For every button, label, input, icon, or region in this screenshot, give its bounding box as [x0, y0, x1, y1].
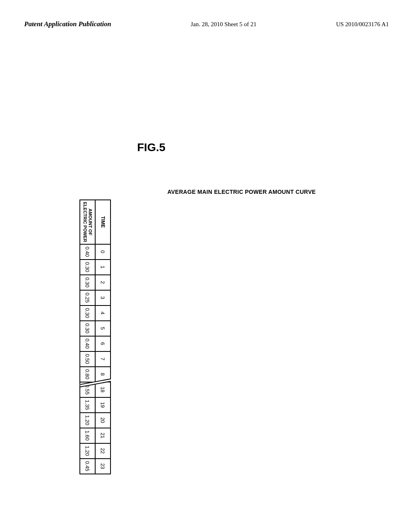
power-cell-22: 1.20: [80, 443, 95, 459]
svg-line-0: [80, 380, 111, 386]
power-cell-5: 0.30: [80, 321, 95, 336]
time-cell-3: 3: [95, 290, 111, 305]
power-row: AMOUNT OFELECTRIC POWER 0.40 0.30 0.30 0…: [80, 200, 95, 474]
time-cell-5: 5: [95, 321, 111, 336]
publication-date-sheet: Jan. 28, 2010 Sheet 5 of 21: [191, 21, 257, 28]
power-header: AMOUNT OFELECTRIC POWER: [80, 200, 95, 244]
power-cell-0: 0.40: [80, 244, 95, 260]
time-cell-23: 23: [95, 459, 111, 474]
power-cell-19: 1.35: [80, 397, 95, 413]
time-cell-2: 2: [95, 275, 111, 290]
power-cell-23: 0.45: [80, 459, 95, 474]
time-cell-0: 0: [95, 244, 111, 260]
power-cell-2: 0.30: [80, 275, 95, 290]
time-cell-21: 21: [95, 428, 111, 443]
patent-header: Patent Application Publication Jan. 28, …: [24, 20, 389, 28]
figure-label: FIG.5: [137, 141, 165, 154]
publication-number: US 2010/0023176 A1: [336, 21, 389, 28]
power-cell-6: 0.40: [80, 336, 95, 351]
power-cell-20: 1.20: [80, 413, 95, 428]
power-cell-4: 0.30: [80, 305, 95, 321]
power-amount-table: TIME 0 1 2 3 4 5 6 7 8 18 19 20 21 22 23: [79, 200, 111, 474]
data-table-wrapper: TIME 0 1 2 3 4 5 6 7 8 18 19 20 21 22 23: [79, 200, 111, 474]
time-cell-22: 22: [95, 443, 111, 459]
time-cell-6: 6: [95, 336, 111, 351]
power-cell-7: 0.50: [80, 351, 95, 367]
time-cell-20: 20: [95, 413, 111, 428]
publication-title: Patent Application Publication: [24, 20, 111, 28]
time-cell-4: 4: [95, 305, 111, 321]
time-cell-8: 8: [95, 367, 111, 382]
power-cell-3: 0.25: [80, 290, 95, 305]
time-cell-7: 7: [95, 351, 111, 367]
table-title: AVERAGE MAIN ELECTRIC POWER AMOUNT CURVE: [167, 189, 316, 195]
time-row: TIME 0 1 2 3 4 5 6 7 8 18 19 20 21 22 23: [95, 200, 111, 474]
power-cell-1: 0.30: [80, 260, 95, 275]
time-cell-19: 19: [95, 397, 111, 413]
time-header: TIME: [95, 200, 111, 244]
time-cell-1: 1: [95, 260, 111, 275]
power-cell-21: 1.60: [80, 428, 95, 443]
